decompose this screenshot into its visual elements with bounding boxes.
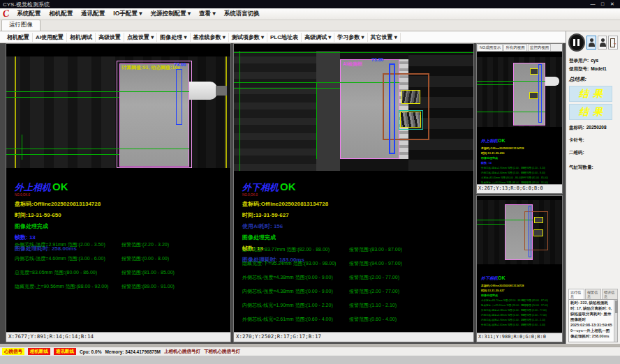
toolbar-item[interactable]: PLC地址表 — [267, 33, 302, 42]
measure-box-blue — [389, 63, 395, 154]
control-panel: → 登录用户:cys 使用型号:Model1 总结果: 结果 结果 盘标码:20… — [566, 31, 620, 344]
result-ok: OK — [280, 181, 296, 192]
small-view-tab[interactable]: 所有内视图 — [503, 44, 527, 51]
panel-buttons: → — [568, 33, 618, 52]
image-shape — [15, 56, 16, 168]
menu-item[interactable]: 光源控制配置 ▾ — [147, 9, 194, 19]
result-box-upper: 结果 — [569, 86, 612, 102]
measurement-row: 总宽度=83.05mm 范围:(80.00 - 86.00)报警范围:(81.0… — [15, 269, 228, 276]
measurement-row: 内侧芯线-强度=4.60mm 范围:(3.00 - 6.00)报警范围:(0.0… — [15, 255, 228, 262]
toolbar-item[interactable]: 学习参数 ▾ — [334, 33, 367, 42]
menu-item[interactable]: IO手配置 ▾ — [110, 9, 145, 19]
toolbar-item[interactable]: 高级设置 — [96, 33, 124, 42]
small-view-tabs: NG成图显示所有内视图监控内视图 — [477, 44, 562, 52]
camera-view-lower[interactable]: AI检测框 73.80 外下相机OK NG:0;OK:0 盘标码:Offline… — [233, 43, 474, 342]
log-tabs: 运行信息报警信息错误信息 — [568, 289, 618, 299]
tab-run-image[interactable]: 运行图像 — [1, 20, 40, 31]
maximize-icon[interactable]: □ — [598, 0, 607, 8]
pause-button[interactable] — [568, 33, 585, 52]
connector-part — [545, 77, 559, 86]
toolbar-item[interactable]: 其它设置 ▾ — [368, 33, 401, 42]
camera-name: 外上相机 — [481, 139, 498, 143]
menu-item[interactable]: 相机配置 — [45, 9, 76, 19]
toolbar-item[interactable]: 基准线参数 ▾ — [191, 33, 229, 42]
process-done-line: 图像处理完成 — [15, 222, 224, 230]
exit-button[interactable]: → — [608, 36, 618, 50]
cylinder-count-label: 气缸写数量: — [569, 165, 593, 171]
image-shape — [477, 84, 513, 85]
camera-name: 外下相机 — [481, 276, 498, 280]
log-box: 耗时: 222, 缺陷检测耗时: 17, 缺陷分离耗时: 0, 缺陷提取分离耗时… — [568, 299, 618, 342]
menubar: C 系统配置相机配置通讯配置IO手配置 ▾光源控制配置 ▾查看 ▾系统语言切换 — [0, 8, 620, 20]
barcode-line: 盘标码:Offline2025020813134728 — [15, 200, 224, 208]
small-view-tab[interactable]: NG成图显示 — [478, 44, 503, 51]
defect-box-2 — [400, 112, 421, 128]
reel-code-value: 20250208 — [586, 125, 607, 131]
log-scrollbar[interactable] — [614, 300, 617, 342]
mid-canvas[interactable]: AI检测框 73.80 外下相机OK NG:0;OK:0 盘标码:Offline… — [234, 44, 473, 332]
frame-line: 帧数: 13 — [15, 234, 224, 241]
toolbar-item[interactable]: 相机调试 — [67, 33, 96, 42]
content: 相机配置AI使用配置相机调试高级设置点检设置 ▾图像处理 ▾基准线参数 ▾测试项… — [0, 31, 620, 344]
tab-row: 运行图像 — [0, 20, 620, 31]
measurement-row: 内侧芯线-线宽=1.90mm 范围:(1.00 - 2.20)报警范围:(1.1… — [481, 319, 548, 321]
toolbar: 相机配置AI使用配置相机调试高级设置点检设置 ▾图像处理 ▾基准线参数 ▾测试项… — [0, 31, 566, 43]
log-tab[interactable]: 错误信息 — [602, 289, 618, 299]
measurement-row: 内侧芯线-强度=4.60mm 范围:(3.00 - 6.00)报警范围:(0.0… — [481, 172, 548, 174]
left-canvas[interactable]: 计算阈值:93, 动态阈值:100 73.66 外上相机OK NG:0;OK:0… — [6, 44, 230, 332]
model-label: 使用型号: — [569, 66, 589, 73]
small-view-tab[interactable]: 监控内视图 — [528, 44, 552, 51]
image-shape — [316, 82, 317, 159]
result-ok: OK — [498, 138, 505, 143]
mini-text-bottom: 外下相机OK 盘标码:Offline2025020813134728 时间:13… — [481, 270, 548, 326]
statusbar: 心跳信号 相机断线 通讯断线 Cpu: 0.0% Memory: 3424.41… — [0, 347, 620, 356]
time-line: 时间:13-31-59-627 — [242, 211, 452, 219]
image-shape — [234, 88, 340, 89]
image-shape — [6, 97, 119, 98]
left-pixel-status: X:7677;Y:891;R:14;G:14;B:14 — [6, 332, 230, 342]
image-shape — [226, 56, 227, 168]
reel-code-label: 盘标码: — [569, 125, 584, 131]
toolbar-items: 相机配置AI使用配置相机调试高级设置点检设置 ▾图像处理 ▾基准线参数 ▾测试项… — [4, 33, 401, 42]
result-box-text: 结果 — [575, 106, 607, 119]
measurement-row: 内侧芯线-强度=4.38mm 范围:(0.00 - 9.00)报警范围:(2.0… — [481, 314, 548, 317]
log-tab[interactable]: 运行信息 — [568, 289, 584, 299]
image-shape — [477, 224, 505, 225]
measurement-row: 内侧芯线-线宽=1.90mm 范围:(1.00 - 2.20)报警范围:(1.1… — [242, 302, 455, 309]
upper-cam-heartbeat: 上相机心跳信号灯 — [164, 349, 200, 355]
admin-login-button[interactable] — [598, 36, 607, 50]
measurement-row: 外侧芯线-强度=4.38mm 范围:(0.00 - 9.00)报警范围:(2.0… — [242, 274, 455, 281]
small-view-ng-canvas[interactable]: 外上相机OK 盘标码:Offline2025020813134728 时间:13… — [477, 52, 562, 184]
left-measurements: 外侧芯线-强度=2.91mm 范围:(2.00 - 3.50)报警范围:(2.2… — [15, 241, 228, 297]
toolbar-item[interactable]: 图像处理 ▾ — [157, 33, 190, 42]
window-title: CYS-视觉检测系统 — [3, 1, 588, 8]
minimize-icon[interactable]: — — [588, 0, 598, 8]
exit-arrow-icon: → — [612, 40, 617, 45]
menu-item[interactable]: 系统语言切换 — [221, 9, 263, 19]
small-top-pixel-status: X:267;Y:13;R:0;G:0;B:0 — [477, 184, 562, 193]
toolbar-item[interactable]: 高级调试 ▾ — [302, 33, 334, 42]
image-shape — [477, 112, 545, 112]
small-view-monitor-canvas[interactable]: 外下相机OK 盘标码:Offline2025020813134728 时间:13… — [477, 196, 562, 333]
desktop-strip — [0, 356, 620, 364]
process-done-line: 图像处理完成 — [242, 234, 452, 241]
menu-item[interactable]: 查看 ▾ — [195, 9, 219, 19]
frame-line: 帧数: 13 — [481, 161, 548, 165]
menu-item[interactable]: 系统配置 — [13, 9, 44, 19]
small-view-monitor[interactable]: 外下相机OK 盘标码:Offline2025020813134728 时间:13… — [476, 195, 563, 342]
toolbar-item[interactable]: 测试项参数 ▾ — [229, 33, 267, 42]
cpu-usage: Cpu: 0.0% — [80, 349, 101, 354]
menu-item[interactable]: 通讯配置 — [78, 9, 108, 19]
close-icon[interactable]: ✕ — [607, 0, 617, 8]
camera-view-upper[interactable]: 计算阈值:93, 动态阈值:100 73.66 外上相机OK NG:0;OK:0… — [6, 43, 231, 342]
log-tab[interactable]: 报警信息 — [585, 289, 601, 299]
operator-login-button[interactable] — [586, 36, 596, 50]
model-value[interactable]: Model1 — [591, 66, 606, 73]
toolbar-item[interactable]: 点检设置 ▾ — [124, 33, 157, 42]
blue-value-note: 73.66 — [174, 62, 186, 67]
result-ok: OK — [498, 275, 505, 280]
app-logo-icon: C — [2, 8, 10, 20]
toolbar-item[interactable]: 相机配置 — [4, 33, 33, 42]
toolbar-item[interactable]: AI使用配置 — [33, 33, 67, 42]
small-view-ng[interactable]: NG成图显示所有内视图监控内视图 — [476, 43, 563, 194]
